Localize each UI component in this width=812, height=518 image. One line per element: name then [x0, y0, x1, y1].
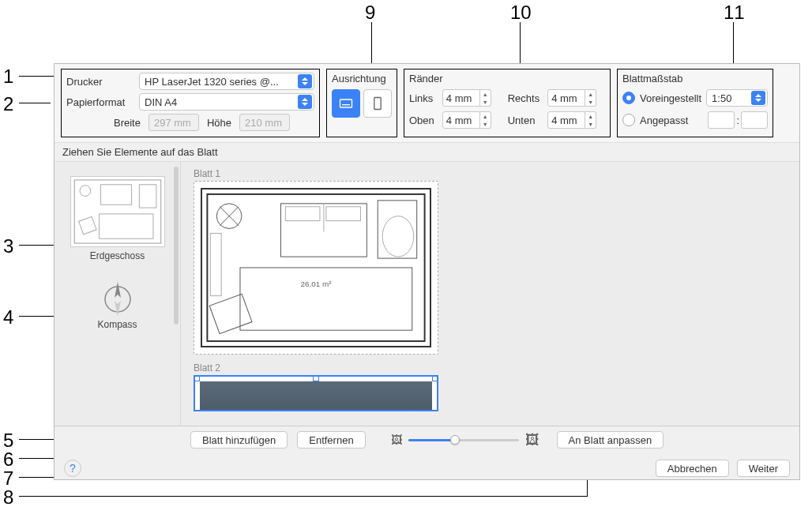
top-settings-panel: Drucker HP LaserJet 1320 series @... Pap… [55, 64, 799, 142]
element-floorplan[interactable]: Erdgeschoss [70, 176, 165, 261]
margin-bottom-value[interactable]: 4 mm [547, 111, 585, 129]
svg-rect-2 [74, 180, 161, 243]
margin-bottom-label: Unten [508, 114, 539, 126]
sheet-toolbar: Blatt hinzufügen Entfernen 🖼 🖼 An Blatt … [55, 426, 799, 453]
paperformat-select[interactable]: DIN A4 [139, 93, 314, 111]
zoom-out-icon: 🖼 [391, 434, 402, 446]
add-sheet-button[interactable]: Blatt hinzufügen [190, 431, 288, 449]
scale-custom-label: Angepasst [640, 114, 703, 126]
orientation-portrait-button[interactable] [363, 89, 392, 118]
margin-bottom-stepper[interactable]: 4 mm ▲▼ [547, 111, 605, 129]
margins-title: Ränder [409, 73, 605, 84]
drag-hint: Ziehen Sie Elemente auf das Blatt [55, 142, 799, 162]
floorplan-icon [71, 177, 164, 246]
svg-text:26.01 m²: 26.01 m² [301, 280, 333, 288]
callout-9: 9 [365, 2, 375, 24]
portrait-icon [370, 96, 385, 111]
fit-to-sheet-button[interactable]: An Blatt anpassen [557, 431, 664, 449]
sheet1-label: Blatt 1 [194, 168, 787, 179]
paperformat-value: DIN A4 [145, 96, 177, 108]
landscape-icon [338, 96, 354, 111]
zoom-in-icon: 🖼 [525, 432, 539, 449]
sheet1-floorplan[interactable]: 26.01 m² [201, 188, 431, 347]
paper-height-field: 210 mm [239, 114, 290, 131]
margin-top-stepper[interactable]: 4 mm ▲▼ [442, 111, 500, 129]
stepper-arrows-icon[interactable]: ▲▼ [480, 111, 491, 129]
element-floorplan-label: Erdgeschoss [70, 250, 165, 261]
margin-left-value[interactable]: 4 mm [442, 89, 480, 107]
scale-preset-select[interactable]: 1:50 [706, 89, 768, 107]
resize-handle-nw[interactable] [194, 375, 200, 381]
sheet-1[interactable]: 26.01 m² [194, 181, 438, 355]
dialog-footer: ? Abbrechen Weiter [55, 453, 799, 483]
svg-rect-0 [340, 99, 352, 107]
scale-preset-value: 1:50 [712, 92, 731, 104]
element-compass-label: Kompass [97, 319, 137, 330]
elements-sidebar: Erdgeschoss Kompass [55, 162, 181, 426]
stepper-arrows-icon[interactable]: ▲▼ [585, 111, 596, 129]
callout-4: 4 [3, 306, 13, 328]
resize-handle-n[interactable] [313, 375, 319, 381]
paper-height-label: Höhe [207, 117, 231, 129]
help-button[interactable]: ? [64, 460, 81, 477]
callout-10: 10 [510, 2, 532, 24]
margin-right-value[interactable]: 4 mm [547, 89, 585, 107]
margin-left-label: Links [409, 92, 434, 104]
sheets-canvas[interactable]: Blatt 1 [181, 162, 799, 426]
callout-11: 11 [724, 2, 745, 24]
slider-thumb[interactable] [450, 435, 460, 445]
orientation-landscape-button[interactable] [332, 89, 360, 118]
callout-2: 2 [3, 93, 13, 115]
orientation-title: Ausrichtung [332, 73, 392, 84]
orientation-group: Ausrichtung [326, 69, 397, 137]
select-arrows-icon [298, 74, 312, 88]
callout-1: 1 [3, 66, 13, 88]
scale-group: Blattmaßstab Voreingestellt 1:50 Angepas… [617, 69, 773, 137]
margin-right-stepper[interactable]: 4 mm ▲▼ [547, 89, 605, 107]
select-arrows-icon [751, 91, 765, 105]
margin-right-label: Rechts [508, 92, 539, 104]
sheet-2[interactable] [194, 375, 438, 411]
paper-width-label: Breite [114, 117, 141, 129]
resize-handle-ne[interactable] [432, 375, 438, 381]
paperformat-label: Papierformat [66, 96, 134, 108]
element-compass[interactable]: Kompass [97, 277, 137, 330]
callout-8: 8 [3, 486, 13, 509]
stepper-arrows-icon[interactable]: ▲▼ [585, 89, 596, 107]
scale-preset-radio[interactable] [622, 92, 635, 104]
zoom-slider[interactable] [408, 434, 519, 446]
callout-3: 3 [3, 235, 13, 257]
margin-left-stepper[interactable]: 4 mm ▲▼ [442, 89, 500, 107]
printer-value: HP LaserJet 1320 series @... [145, 76, 279, 88]
cancel-button[interactable]: Abbrechen [656, 460, 729, 477]
sheet2-render [200, 381, 432, 411]
ratio-separator: : [736, 114, 739, 126]
workspace: Erdgeschoss Kompass Blatt 1 [55, 162, 799, 426]
paper-width-field: 297 mm [148, 114, 199, 131]
margins-group: Ränder Links 4 mm ▲▼ Rechts 4 mm ▲▼ Oben… [404, 69, 611, 137]
floorplan-thumbnail [70, 176, 165, 247]
stepper-arrows-icon[interactable]: ▲▼ [480, 89, 491, 107]
remove-sheet-button[interactable]: Entfernen [297, 431, 365, 449]
sheet2-label: Blatt 2 [194, 362, 787, 373]
printer-label: Drucker [66, 76, 134, 88]
print-dialog: Drucker HP LaserJet 1320 series @... Pap… [54, 63, 800, 480]
scale-preset-label: Voreingestellt [640, 92, 701, 104]
margin-top-value[interactable]: 4 mm [442, 111, 480, 129]
svg-rect-1 [374, 98, 381, 110]
select-arrows-icon [298, 95, 312, 109]
sidebar-scrollbar[interactable] [174, 167, 179, 325]
printer-select[interactable]: HP LaserJet 1320 series @... [139, 73, 314, 90]
compass-icon [98, 277, 137, 317]
printer-paper-group: Drucker HP LaserJet 1320 series @... Pap… [61, 69, 320, 137]
scale-custom-right[interactable] [741, 111, 768, 129]
scale-custom-radio[interactable] [622, 114, 635, 126]
scale-title: Blattmaßstab [622, 73, 768, 84]
margin-top-label: Oben [409, 114, 434, 126]
sheet1-floorplan-drawing: 26.01 m² [202, 190, 430, 346]
next-button[interactable]: Weiter [737, 460, 790, 477]
scale-custom-left[interactable] [708, 111, 735, 129]
